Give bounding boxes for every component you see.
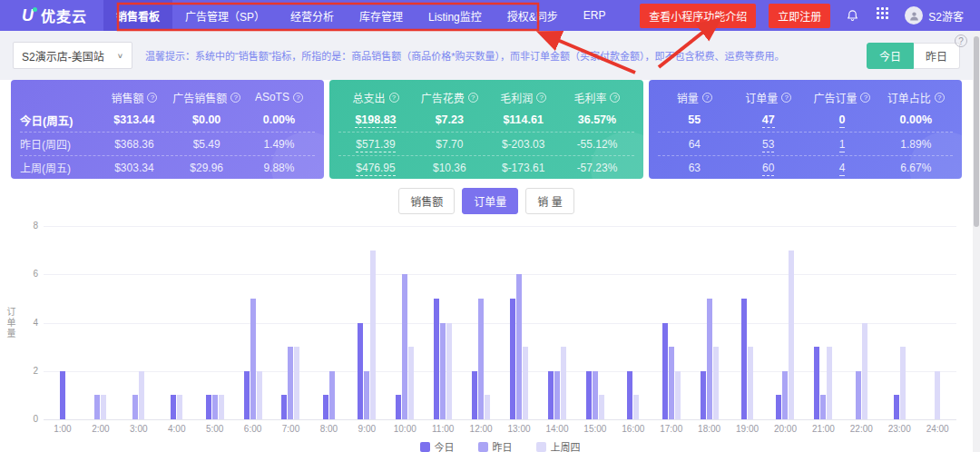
legend-item-今日[interactable]: 今日 [420,439,455,452]
bar-昨日[interactable] [402,274,407,419]
bar-今日[interactable] [358,323,363,420]
bar-上周四[interactable] [219,395,224,419]
bar-今日[interactable] [60,371,65,419]
card-value-text[interactable]: $198.83 [355,113,396,128]
bar-上周四[interactable] [675,371,681,419]
bar-今日[interactable] [323,395,328,419]
bar-上周四[interactable] [485,395,490,419]
help-icon[interactable]: ? [610,93,620,103]
help-icon[interactable]: ? [702,93,712,103]
bar-今日[interactable] [586,371,592,419]
legend-item-昨日[interactable]: 昨日 [478,439,513,452]
nav-item-ERP[interactable]: ERP [571,0,619,31]
bar-今日[interactable] [281,395,287,419]
nav-item-库存管理[interactable]: 库存管理 [347,0,416,31]
store-select[interactable]: S2演示店-美国站 ∨ [13,42,132,69]
help-icon[interactable]: ? [935,93,945,103]
nav-item-销售看板[interactable]: 销售看板 [103,0,172,31]
bar-今日[interactable] [396,395,401,419]
today-button[interactable]: 今日 [867,43,914,69]
card-value-text[interactable]: $571.39 [356,138,395,152]
bar-昨日[interactable] [554,371,560,419]
bar-昨日[interactable] [288,347,293,419]
bar-上周四[interactable] [862,323,867,420]
bar-上周四[interactable] [748,347,753,419]
bar-昨日[interactable] [440,323,446,420]
bar-昨日[interactable] [820,395,826,419]
bar-上周四[interactable] [713,347,719,419]
bar-今日[interactable] [171,395,176,419]
bar-上周四[interactable] [900,347,906,419]
bar-昨日[interactable] [707,299,712,419]
bar-今日[interactable] [741,299,747,419]
bar-上周四[interactable] [561,347,566,419]
register-button[interactable]: 立即注册 [769,4,830,28]
bar-上周四[interactable] [408,347,414,419]
bar-今日[interactable] [776,395,781,419]
bar-今日[interactable] [894,395,899,419]
tab-销售额[interactable]: 销售额 [398,188,455,214]
card-value-text[interactable]: 53 [762,138,774,152]
bar-昨日[interactable] [856,371,861,419]
bar-上周四[interactable] [101,395,106,419]
bar-昨日[interactable] [593,371,598,419]
bar-今日[interactable] [510,299,515,419]
bar-上周四[interactable] [446,323,452,420]
nav-item-经营分析[interactable]: 经营分析 [278,0,347,31]
card-value-text[interactable]: 47 [762,113,775,128]
page-help-icon[interactable]: ? [955,34,967,47]
bar-今日[interactable] [662,323,668,420]
legend-item-上周四[interactable]: 上周四 [536,439,581,452]
bar-今日[interactable] [548,371,554,419]
bar-上周四[interactable] [599,395,604,419]
help-icon[interactable]: ? [293,93,303,103]
scrollbar[interactable] [973,31,980,452]
bar-上周四[interactable] [177,395,182,419]
yesterday-button[interactable]: 昨日 [914,43,960,69]
card-value-text[interactable]: $476.95 [356,162,395,176]
nav-item-广告管理（SP）[interactable]: 广告管理（SP） [172,0,278,31]
bar-上周四[interactable] [370,251,376,419]
bar-今日[interactable] [472,371,477,419]
bar-昨日[interactable] [212,395,218,419]
miniapp-intro-button[interactable]: 查看小程序功能介绍 [640,4,756,28]
help-icon[interactable]: ? [230,93,240,103]
bar-今日[interactable] [627,371,632,419]
bar-昨日[interactable] [94,395,100,419]
bar-今日[interactable] [434,299,439,419]
nav-item-授权&同步[interactable]: 授权&同步 [495,0,571,31]
help-icon[interactable]: ? [468,93,478,103]
user-menu[interactable]: S2游客 [905,6,964,25]
bar-昨日[interactable] [782,371,788,419]
bar-上周四[interactable] [523,347,528,419]
bar-昨日[interactable] [329,371,335,419]
app-logo[interactable]: U 优麦云 [0,5,103,26]
bar-昨日[interactable] [669,347,674,419]
bar-上周四[interactable] [294,347,299,419]
help-icon[interactable]: ? [147,93,157,103]
bar-上周四[interactable] [257,371,262,419]
help-icon[interactable]: ? [781,93,791,103]
bar-昨日[interactable] [132,395,138,419]
bar-上周四[interactable] [789,251,794,419]
help-icon[interactable]: ? [389,93,399,103]
help-icon[interactable]: ? [860,93,870,103]
bar-上周四[interactable] [935,371,940,419]
card-value-text[interactable]: 1 [839,138,846,152]
card-value-text[interactable]: 60 [762,162,774,176]
bar-昨日[interactable] [364,371,369,419]
card-value-text[interactable]: 4 [839,162,846,176]
bar-今日[interactable] [814,347,819,419]
bar-今日[interactable] [206,395,211,419]
bar-昨日[interactable] [516,274,522,419]
bar-上周四[interactable] [827,347,832,419]
tab-订单量[interactable]: 订单量 [462,188,518,214]
notification-bell-icon[interactable] [843,6,861,25]
bar-昨日[interactable] [478,299,484,419]
apps-grid-icon[interactable] [874,6,892,25]
scrollbar-thumb[interactable] [974,36,979,227]
tab-销量[interactable]: 销 量 [525,188,573,214]
bar-上周四[interactable] [633,395,639,419]
bar-上周四[interactable] [139,371,144,419]
bar-今日[interactable] [701,371,706,419]
